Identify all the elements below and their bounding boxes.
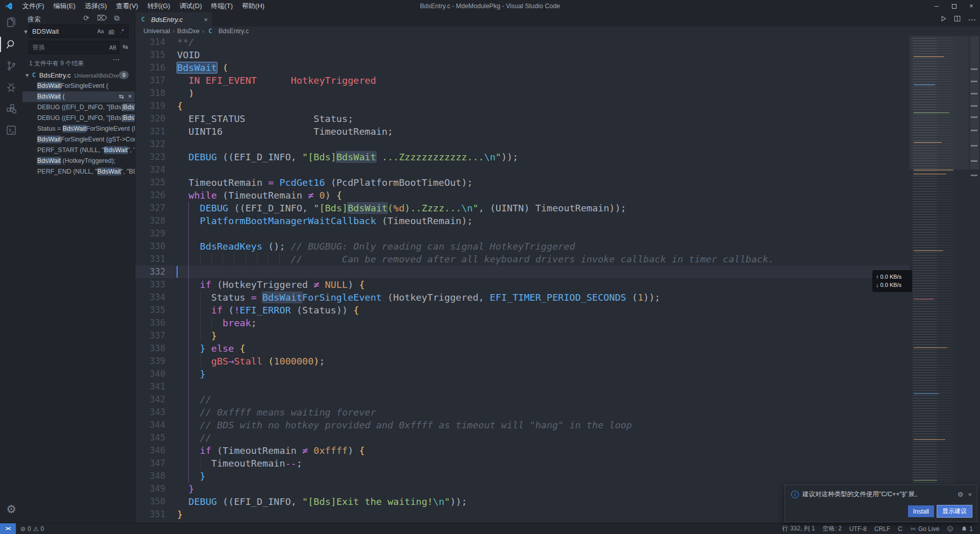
code-line[interactable]: 347 TimeoutRemain--; (135, 457, 910, 470)
whole-word-toggle[interactable]: ab (107, 27, 116, 36)
status-item[interactable]: C (898, 525, 902, 532)
code-line[interactable]: 334 Status = BdsWaitForSingleEvent (Hotk… (135, 291, 910, 304)
menu-item[interactable]: 文件(F) (18, 0, 49, 12)
remote-indicator[interactable]: >< (0, 523, 16, 534)
toggle-replace-chevron-icon[interactable]: ▼ (23, 29, 29, 35)
menu-item[interactable]: 选择(S) (80, 0, 111, 12)
code-line[interactable]: 332 (135, 265, 910, 278)
menu-item[interactable]: 查看(V) (111, 0, 142, 12)
chevron-down-icon[interactable]: ▼ (23, 72, 31, 78)
replace-match-icon[interactable]: ⇆ (119, 91, 124, 102)
code-line[interactable]: 316BdsWait ( (135, 61, 910, 74)
maximize-button[interactable] (945, 0, 963, 12)
code-line[interactable]: 325 TimeoutRemain = PcdGet16 (PcdPlatfor… (135, 176, 910, 189)
menu-item[interactable]: 编辑(E) (49, 0, 80, 12)
tab-bdsentry[interactable]: C BdsEntry.c × (135, 12, 212, 27)
status-item-bell[interactable]: 1 (961, 525, 973, 532)
code-editor[interactable]: 314**/315VOID316BdsWait (317 IN EFI_EVEN… (135, 36, 910, 523)
regex-toggle[interactable]: .* (117, 27, 127, 36)
status-item-broadcast[interactable]: Go Live (910, 525, 939, 532)
code-line[interactable]: 344 // BDS with no hotkey provided and 0… (135, 419, 910, 431)
sidebar-item-search[interactable] (0, 34, 22, 55)
minimap-viewport[interactable] (910, 36, 969, 169)
open-in-editor-icon[interactable]: ⧉ (112, 14, 121, 22)
menu-item[interactable]: 转到(G) (143, 0, 175, 12)
minimize-button[interactable]: ─ (928, 0, 945, 12)
code-line[interactable]: 323 DEBUG ((EFI_D_INFO, "[Bds]BdsWait ..… (135, 151, 910, 163)
search-details-ellipsis[interactable]: ⋯ (113, 55, 120, 63)
refresh-icon[interactable]: ⟳ (82, 14, 91, 22)
code-line[interactable]: 339 gBS→Stall (1000000); (135, 355, 910, 368)
install-button[interactable]: Install (908, 505, 934, 517)
code-line[interactable]: 337 } (135, 329, 910, 342)
code-line[interactable]: 333 if (HotkeyTriggered ≠ NULL) { (135, 278, 910, 291)
search-result-item[interactable]: PERF_START (NULL, "BdsWait", "BDS"... (22, 145, 135, 156)
code-line[interactable]: 326 while (TimeoutRemain ≠ 0) { (135, 189, 910, 202)
search-input[interactable]: BDSWait Aa ab .* (29, 25, 129, 38)
code-line[interactable]: 336 break; (135, 317, 910, 329)
code-line[interactable]: 346 if (TimeoutRemain ≠ 0xffff) { (135, 444, 910, 457)
breadcrumb-item[interactable]: Universal (143, 28, 170, 35)
search-result-item[interactable]: BdsWait (HotkeyTriggered); (22, 156, 135, 166)
search-result-item[interactable]: BdsWaitForSingleEvent ( (22, 81, 135, 91)
problems-status[interactable]: ⊘0 ⚠0 (20, 525, 44, 532)
code-line[interactable]: 319{ (135, 100, 910, 112)
search-result-item[interactable]: DEBUG ((EFI_D_INFO, "[Bds]BdsWait(... (22, 113, 135, 124)
code-line[interactable]: 328 PlatformBootManagerWaitCallback (Tim… (135, 214, 910, 227)
search-result-item[interactable]: PERF_END (NULL, "BdsWait", "BDS",... (22, 166, 135, 177)
sidebar-item-explorer[interactable] (0, 12, 22, 34)
result-file-row[interactable]: ▼ C BdsEntry.c Universal\BdsDxe 9 (22, 69, 135, 81)
code-line[interactable]: 338 } else { (135, 342, 910, 355)
search-result-item[interactable]: BdsWait (⇆× (22, 91, 135, 102)
sidebar-item-run-debug[interactable] (0, 77, 22, 98)
match-case-toggle[interactable]: Aa (96, 27, 105, 36)
code-line[interactable]: 321 UINT16 TimeoutRemain; (135, 125, 910, 138)
search-result-item[interactable]: BdsWaitForSingleEvent (gST->ConIn... (22, 134, 135, 145)
status-item[interactable]: 空格: 2 (823, 524, 842, 533)
code-line[interactable]: 342 // (135, 393, 910, 406)
notification-close-icon[interactable]: × (968, 491, 972, 498)
code-line[interactable]: 348 } (135, 470, 910, 482)
menu-item[interactable]: 帮助(H) (237, 0, 269, 12)
code-line[interactable]: 320 EFI_STATUS Status; (135, 112, 910, 125)
minimap[interactable] (910, 36, 969, 523)
sidebar-item-source-control[interactable] (0, 55, 22, 77)
split-editor-icon[interactable] (954, 15, 961, 24)
show-recommendation-button[interactable]: 显示建议 (937, 505, 972, 517)
code-line[interactable]: 331 // Can be removed after all keyboard… (135, 253, 910, 265)
breadcrumb-item[interactable]: BdsDxe (177, 28, 200, 35)
menu-item[interactable]: 终端(T) (206, 0, 237, 12)
vertical-scrollbar[interactable] (969, 36, 980, 523)
settings-gear-icon[interactable]: ⚙ (0, 499, 22, 520)
preserve-case-toggle[interactable]: AB (108, 43, 117, 52)
code-line[interactable]: 322 (135, 138, 910, 151)
menu-item[interactable]: 调试(D) (175, 0, 206, 12)
scrollbar-slider[interactable] (970, 36, 979, 169)
code-line[interactable]: 315VOID (135, 48, 910, 61)
clear-results-icon[interactable]: ⌦ (97, 14, 106, 22)
close-button[interactable]: × (963, 0, 980, 12)
code-line[interactable]: 318 ) (135, 87, 910, 100)
status-item[interactable]: UTF-8 (849, 525, 867, 532)
code-line[interactable]: 330 BdsReadKeys (); // BUGBUG: Only read… (135, 240, 910, 253)
code-line[interactable]: 341 (135, 380, 910, 393)
more-actions-icon[interactable]: ⋯ (968, 15, 976, 25)
dismiss-match-icon[interactable]: × (128, 91, 132, 102)
search-result-item[interactable]: Status = BdsWaitForSingleEvent (Hot... (22, 124, 135, 134)
code-line[interactable]: 314**/ (135, 36, 910, 48)
status-item-smiley[interactable] (947, 525, 953, 532)
replace-input[interactable]: 替换 AB (29, 41, 119, 54)
code-line[interactable]: 343 // 0xffff means waiting forever (135, 406, 910, 419)
search-result-item[interactable]: DEBUG ((EFI_D_INFO, "[Bds]BdsWait .... (22, 102, 135, 113)
code-line[interactable]: 327 DEBUG ((EFI_D_INFO, "[Bds]BdsWait(%d… (135, 202, 910, 214)
sidebar-item-extensions[interactable] (0, 98, 22, 119)
code-line[interactable]: 329 (135, 227, 910, 240)
status-item[interactable]: CRLF (874, 525, 890, 532)
tab-close-icon[interactable]: × (204, 16, 208, 23)
code-line[interactable]: 340 } (135, 368, 910, 380)
code-line[interactable]: 345 // (135, 431, 910, 444)
code-line[interactable]: 324 (135, 163, 910, 176)
code-line[interactable]: 317 IN EFI_EVENT HotkeyTriggered (135, 74, 910, 87)
breadcrumb[interactable]: Universal › BdsDxe › C BdsEntry.c (135, 27, 980, 36)
sidebar-item-terminal[interactable] (0, 119, 22, 141)
